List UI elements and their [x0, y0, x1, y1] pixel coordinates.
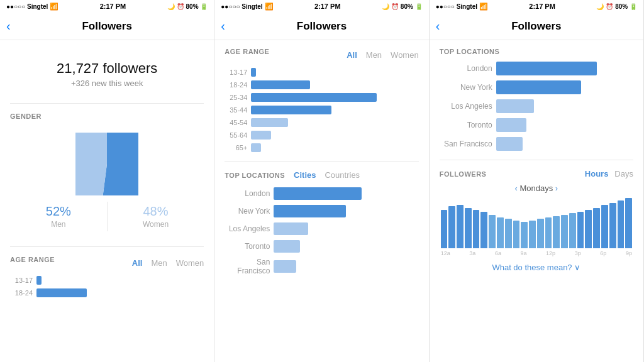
- city-row-sf: San Francisco: [225, 258, 418, 275]
- panel-1: ●●○○○ Singtel 📶 2:17 PM 🌙 ⏰ 80% 🔋 ‹ Foll…: [0, 0, 214, 362]
- seg-women-2[interactable]: Women: [391, 50, 419, 60]
- hour-bar-6: [489, 215, 496, 248]
- hour-label-9a: 9a: [521, 250, 527, 256]
- city-bar-la: [274, 222, 308, 235]
- hour-label-9p: 9p: [626, 250, 632, 256]
- alarm-2: ⏰: [391, 3, 399, 10]
- followers-count-block: 21,727 followers +326 new this week: [10, 48, 204, 94]
- hour-bar-wrap-12: [537, 198, 544, 248]
- followers-number: 21,727 followers: [10, 60, 204, 77]
- hour-bar-wrap-9: [513, 198, 520, 248]
- hour-bar-13: [545, 217, 552, 248]
- loc-bar-newyork: [496, 80, 581, 94]
- hours-option[interactable]: Hours: [585, 169, 609, 178]
- bar-fill2-45-54: [251, 118, 288, 127]
- loc-label-la: Los Angeles: [440, 102, 492, 111]
- bar-row-18-24: 18-24: [10, 288, 204, 297]
- loc-label-toronto: Toronto: [440, 121, 492, 129]
- bar-label2-13-17: 13-17: [225, 69, 247, 76]
- hour-bar-wrap-8: [505, 198, 512, 248]
- status-bar-2: ●●○○○ Singtel 📶 2:17 PM 🌙 ⏰ 80% 🔋: [214, 0, 428, 13]
- panel-2: ●●○○○ Singtel 📶 2:17 PM 🌙 ⏰ 80% 🔋 ‹ Foll…: [214, 0, 429, 362]
- loc-label-newyork: New York: [440, 83, 492, 92]
- next-day[interactable]: ›: [555, 184, 558, 193]
- city-row-newyork: New York: [225, 205, 418, 217]
- hour-bar-20: [601, 205, 608, 248]
- carrier-3: ●●○○○ Singtel: [436, 3, 477, 10]
- loc-segment: Cities Countries: [294, 170, 360, 180]
- hour-bar-16: [569, 213, 576, 248]
- top-loc-header: TOP LOCATIONS Cities Countries: [225, 170, 418, 180]
- days-option[interactable]: Days: [614, 169, 633, 178]
- city-bar-toronto: [274, 240, 300, 253]
- wifi-1: 📶: [50, 3, 58, 11]
- day-nav: ‹ Mondays ›: [440, 184, 633, 193]
- hour-bar-2: [457, 205, 464, 248]
- page-title-3: Followers: [511, 20, 561, 33]
- followers-new: +326 new this week: [10, 79, 204, 88]
- battery-1: 80% 🔋: [186, 3, 208, 10]
- moon-1: 🌙: [167, 3, 175, 10]
- nav-header-2: ‹ Followers: [214, 13, 428, 40]
- seg-countries[interactable]: Countries: [325, 170, 360, 180]
- hour-bar-4: [473, 210, 480, 248]
- battery-3: 80% 🔋: [615, 3, 637, 10]
- hour-bar-21: [609, 203, 616, 248]
- svg-point-1: [82, 139, 132, 189]
- prev-day[interactable]: ‹: [514, 184, 517, 193]
- bar-track2-55-64: [251, 131, 418, 140]
- moon-2: 🌙: [382, 3, 389, 10]
- cities-bar-chart: London New York Los Angeles Toronto San …: [225, 187, 418, 275]
- location-bar-chart-3: London New York Los Angeles Toronto San …: [440, 62, 633, 151]
- hour-bar-14: [553, 216, 560, 248]
- bar-fill2-65plus: [251, 143, 261, 152]
- followers-section-label: FOLLOWERS: [440, 170, 487, 178]
- hour-bar-wrap-11: [529, 198, 536, 248]
- women-label: Women: [108, 220, 204, 229]
- back-button-3[interactable]: ‹: [436, 19, 440, 33]
- city-bar-sf: [274, 260, 296, 273]
- alarm-1: ⏰: [177, 3, 184, 10]
- seg-men-2[interactable]: Men: [366, 50, 382, 60]
- wifi-2: 📶: [265, 3, 274, 11]
- hour-label-12a: 12a: [441, 250, 450, 256]
- hour-bar-wrap-20: [601, 198, 608, 248]
- loc-row-toronto: Toronto: [440, 118, 633, 132]
- top-loc-label-3: TOP LOCATIONS: [440, 48, 633, 55]
- women-pct: 48%: [108, 204, 204, 219]
- hour-bar-5: [480, 212, 487, 248]
- seg-women-1[interactable]: Women: [176, 258, 204, 268]
- seg-men-1[interactable]: Men: [151, 258, 167, 268]
- bar-label-18-24: 18-24: [10, 289, 33, 297]
- what-link[interactable]: What do these mean? ∨: [440, 263, 633, 272]
- hour-bar-wrap-10: [521, 198, 528, 248]
- back-button-1[interactable]: ‹: [6, 19, 11, 33]
- seg-all-2[interactable]: All: [347, 50, 357, 60]
- carrier-1: ●●○○○ Singtel: [6, 3, 48, 10]
- city-label-sf: San Francisco: [225, 258, 270, 275]
- hour-bar-wrap-3: [465, 198, 472, 248]
- bar-fill2-25-34: [251, 93, 377, 102]
- nav-header-1: ‹ Followers: [0, 13, 214, 40]
- seg-all-1[interactable]: All: [132, 258, 143, 268]
- gender-labels: 52% Men 48% Women: [10, 202, 204, 231]
- city-row-la: Los Angeles: [225, 222, 418, 235]
- pie-chart-container: 52% Men 48% Women: [10, 126, 204, 238]
- hour-bar-wrap-6: [489, 198, 496, 248]
- loc-row-newyork: New York: [440, 80, 633, 94]
- age-segment-1: All Men Women: [132, 258, 204, 268]
- hour-bar-0: [441, 210, 448, 248]
- hour-bar-18: [585, 210, 592, 248]
- bar-track2-35-44: [251, 106, 418, 114]
- panel-2-content: AGE RANGE All Men Women 13-17 18-24: [214, 40, 428, 362]
- seg-cities[interactable]: Cities: [294, 170, 316, 180]
- hour-label-3a: 3a: [469, 250, 475, 256]
- hour-bar-wrap-1: [448, 198, 455, 248]
- hour-bar-19: [593, 208, 600, 248]
- hour-bar-17: [577, 212, 584, 248]
- carrier-2: ●●○○○ Singtel: [221, 3, 262, 10]
- time-2: 2:17 PM: [314, 3, 341, 10]
- panel-3-content: TOP LOCATIONS London New York Los Angele…: [430, 40, 643, 362]
- back-button-2[interactable]: ‹: [221, 19, 225, 33]
- bar-fill2-35-44: [251, 106, 331, 114]
